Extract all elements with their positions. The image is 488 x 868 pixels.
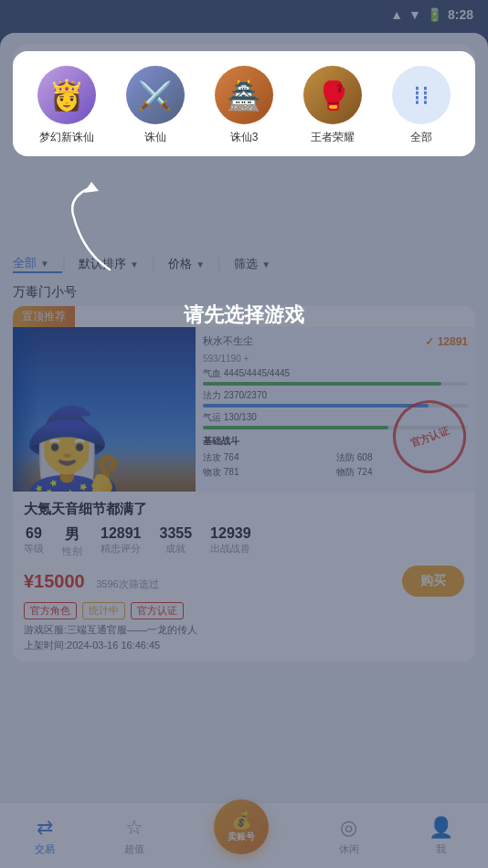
game-name-all: 全部	[410, 130, 432, 145]
game-avatar-zx3: 🏯	[215, 66, 273, 124]
game-avatar-zx: ⚔️	[126, 66, 185, 124]
game-item-mhxz[interactable]: 👸 梦幻新诛仙	[30, 66, 103, 145]
game-popup: 👸 梦幻新诛仙 ⚔️ 诛仙 🏯 诛仙3 🥊 王者荣耀 ⁞⁞ 全部	[13, 51, 475, 156]
game-avatar-mhxz: 👸	[37, 66, 96, 124]
game-item-all[interactable]: ⁞⁞ 全部	[385, 66, 458, 145]
game-item-zx[interactable]: ⚔️ 诛仙	[119, 66, 192, 145]
game-avatar-wzry: 🥊	[303, 66, 362, 124]
game-item-wzry[interactable]: 🥊 王者荣耀	[296, 66, 369, 145]
game-name-zx3: 诛仙3	[230, 130, 259, 145]
select-hint: 请先选择游戏	[0, 302, 488, 329]
game-avatar-all: ⁞⁞	[392, 66, 451, 124]
game-name-mhxz: 梦幻新诛仙	[39, 130, 94, 145]
game-name-wzry: 王者荣耀	[311, 130, 355, 145]
svg-marker-0	[84, 182, 99, 193]
arrow-annotation	[55, 178, 146, 282]
game-name-zx: 诛仙	[144, 130, 166, 145]
game-item-zx3[interactable]: 🏯 诛仙3	[207, 66, 281, 145]
